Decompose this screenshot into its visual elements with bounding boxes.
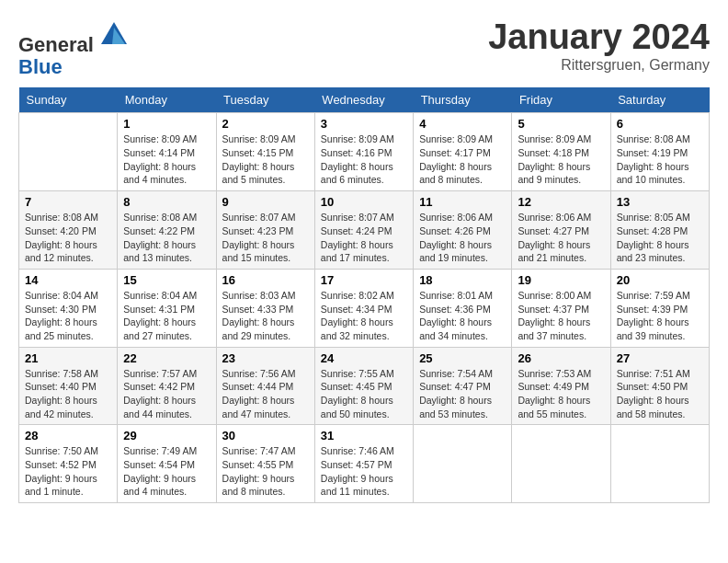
week-row-4: 21Sunrise: 7:58 AMSunset: 4:40 PMDayligh… <box>19 347 710 425</box>
cell-info: Sunrise: 7:58 AMSunset: 4:40 PMDaylight:… <box>25 368 98 419</box>
cell-info: Sunrise: 8:03 AMSunset: 4:33 PMDaylight:… <box>222 290 296 341</box>
cell-info: Sunrise: 8:04 AMSunset: 4:30 PMDaylight:… <box>25 290 98 341</box>
calendar-cell: 7Sunrise: 8:08 AMSunset: 4:20 PMDaylight… <box>19 191 118 270</box>
day-number: 11 <box>419 195 506 209</box>
cell-info: Sunrise: 8:07 AMSunset: 4:23 PMDaylight:… <box>222 212 296 263</box>
calendar-cell: 20Sunrise: 7:59 AMSunset: 4:39 PMDayligh… <box>610 269 709 347</box>
calendar-cell: 14Sunrise: 8:04 AMSunset: 4:30 PMDayligh… <box>19 269 118 347</box>
cell-info: Sunrise: 8:07 AMSunset: 4:24 PMDaylight:… <box>321 212 394 263</box>
header-sunday: Sunday <box>19 87 118 113</box>
calendar-cell: 21Sunrise: 7:58 AMSunset: 4:40 PMDayligh… <box>19 347 118 425</box>
title-block: January 2024 Rittersgruen, Germany <box>488 18 710 74</box>
cell-info: Sunrise: 7:55 AMSunset: 4:45 PMDaylight:… <box>321 368 394 419</box>
calendar-table: SundayMondayTuesdayWednesdayThursdayFrid… <box>18 87 710 503</box>
location-subtitle: Rittersgruen, Germany <box>488 57 710 74</box>
cell-info: Sunrise: 8:05 AMSunset: 4:28 PMDaylight:… <box>617 212 690 263</box>
cell-info: Sunrise: 7:59 AMSunset: 4:39 PMDaylight:… <box>617 290 690 341</box>
header-tuesday: Tuesday <box>216 87 314 113</box>
cell-info: Sunrise: 8:09 AMSunset: 4:18 PMDaylight:… <box>518 133 591 185</box>
logo-general: General <box>18 33 94 56</box>
calendar-cell: 9Sunrise: 8:07 AMSunset: 4:23 PMDaylight… <box>216 191 314 270</box>
day-number: 23 <box>222 351 309 365</box>
cell-info: Sunrise: 8:06 AMSunset: 4:26 PMDaylight:… <box>419 212 493 263</box>
calendar-cell: 11Sunrise: 8:06 AMSunset: 4:26 PMDayligh… <box>414 191 512 270</box>
page-header: General Blue January 2024 Rittersgruen, … <box>18 18 710 78</box>
calendar-cell: 27Sunrise: 7:51 AMSunset: 4:50 PMDayligh… <box>610 347 709 425</box>
day-number: 19 <box>518 273 604 287</box>
calendar-cell: 24Sunrise: 7:55 AMSunset: 4:45 PMDayligh… <box>314 347 413 425</box>
header-thursday: Thursday <box>414 87 512 113</box>
calendar-cell: 18Sunrise: 8:01 AMSunset: 4:36 PMDayligh… <box>414 269 512 347</box>
calendar-cell: 12Sunrise: 8:06 AMSunset: 4:27 PMDayligh… <box>512 191 610 270</box>
cell-info: Sunrise: 8:09 AMSunset: 4:15 PMDaylight:… <box>222 133 296 185</box>
calendar-cell: 30Sunrise: 7:47 AMSunset: 4:55 PMDayligh… <box>216 425 314 503</box>
day-number: 8 <box>123 195 210 209</box>
day-number: 17 <box>321 273 407 287</box>
cell-info: Sunrise: 8:08 AMSunset: 4:19 PMDaylight:… <box>617 133 690 185</box>
day-number: 14 <box>25 273 111 287</box>
day-number: 15 <box>123 273 210 287</box>
day-number: 10 <box>321 195 407 209</box>
calendar-cell: 29Sunrise: 7:49 AMSunset: 4:54 PMDayligh… <box>118 425 216 503</box>
logo-blue: Blue <box>18 55 63 78</box>
cell-info: Sunrise: 8:02 AMSunset: 4:34 PMDaylight:… <box>321 290 394 341</box>
calendar-cell: 19Sunrise: 8:00 AMSunset: 4:37 PMDayligh… <box>512 269 610 347</box>
day-number: 6 <box>617 117 703 131</box>
logo-icon <box>97 18 131 52</box>
day-number: 3 <box>321 117 407 131</box>
day-number: 29 <box>123 429 210 442</box>
logo: General Blue <box>18 18 131 78</box>
day-number: 2 <box>222 117 309 131</box>
week-row-2: 7Sunrise: 8:08 AMSunset: 4:20 PMDaylight… <box>19 191 710 270</box>
calendar-cell <box>414 425 512 503</box>
calendar-cell: 15Sunrise: 8:04 AMSunset: 4:31 PMDayligh… <box>118 269 216 347</box>
calendar-cell: 5Sunrise: 8:09 AMSunset: 4:18 PMDaylight… <box>512 113 610 191</box>
cell-info: Sunrise: 8:00 AMSunset: 4:37 PMDaylight:… <box>518 290 591 341</box>
calendar-cell: 26Sunrise: 7:53 AMSunset: 4:49 PMDayligh… <box>512 347 610 425</box>
cell-info: Sunrise: 8:04 AMSunset: 4:31 PMDaylight:… <box>123 290 197 341</box>
week-row-1: 1Sunrise: 8:09 AMSunset: 4:14 PMDaylight… <box>19 113 710 191</box>
cell-info: Sunrise: 7:46 AMSunset: 4:57 PMDaylight:… <box>321 445 394 497</box>
header-friday: Friday <box>512 87 610 113</box>
day-number: 21 <box>25 351 111 365</box>
week-row-3: 14Sunrise: 8:04 AMSunset: 4:30 PMDayligh… <box>19 269 710 347</box>
day-number: 16 <box>222 273 309 287</box>
calendar-cell: 13Sunrise: 8:05 AMSunset: 4:28 PMDayligh… <box>610 191 709 270</box>
cell-info: Sunrise: 7:47 AMSunset: 4:55 PMDaylight:… <box>222 445 296 497</box>
day-number: 7 <box>25 195 111 209</box>
cell-info: Sunrise: 7:57 AMSunset: 4:42 PMDaylight:… <box>123 368 197 419</box>
day-number: 27 <box>617 351 703 365</box>
day-number: 5 <box>518 117 604 131</box>
calendar-cell: 4Sunrise: 8:09 AMSunset: 4:17 PMDaylight… <box>414 113 512 191</box>
calendar-cell: 22Sunrise: 7:57 AMSunset: 4:42 PMDayligh… <box>118 347 216 425</box>
cell-info: Sunrise: 7:56 AMSunset: 4:44 PMDaylight:… <box>222 368 296 419</box>
day-number: 28 <box>25 429 111 442</box>
cell-info: Sunrise: 7:49 AMSunset: 4:54 PMDaylight:… <box>123 445 197 497</box>
day-number: 22 <box>123 351 210 365</box>
day-number: 9 <box>222 195 309 209</box>
calendar-cell: 2Sunrise: 8:09 AMSunset: 4:15 PMDaylight… <box>216 113 314 191</box>
cell-info: Sunrise: 8:08 AMSunset: 4:22 PMDaylight:… <box>123 212 197 263</box>
cell-info: Sunrise: 8:09 AMSunset: 4:17 PMDaylight:… <box>419 133 493 185</box>
day-number: 25 <box>419 351 506 365</box>
calendar-cell: 3Sunrise: 8:09 AMSunset: 4:16 PMDaylight… <box>314 113 413 191</box>
calendar-cell <box>19 113 118 191</box>
day-number: 24 <box>321 351 407 365</box>
day-number: 18 <box>419 273 506 287</box>
calendar-cell: 10Sunrise: 8:07 AMSunset: 4:24 PMDayligh… <box>314 191 413 270</box>
month-title: January 2024 <box>488 18 710 57</box>
calendar-cell: 6Sunrise: 8:08 AMSunset: 4:19 PMDaylight… <box>610 113 709 191</box>
day-number: 30 <box>222 429 309 442</box>
day-number: 12 <box>518 195 604 209</box>
week-row-5: 28Sunrise: 7:50 AMSunset: 4:52 PMDayligh… <box>19 425 710 503</box>
cell-info: Sunrise: 8:08 AMSunset: 4:20 PMDaylight:… <box>25 212 98 263</box>
day-number: 13 <box>617 195 703 209</box>
calendar-cell: 23Sunrise: 7:56 AMSunset: 4:44 PMDayligh… <box>216 347 314 425</box>
header-saturday: Saturday <box>610 87 709 113</box>
calendar-cell <box>512 425 610 503</box>
day-number: 20 <box>617 273 703 287</box>
cell-info: Sunrise: 8:09 AMSunset: 4:16 PMDaylight:… <box>321 133 394 185</box>
cell-info: Sunrise: 8:06 AMSunset: 4:27 PMDaylight:… <box>518 212 591 263</box>
cell-info: Sunrise: 7:50 AMSunset: 4:52 PMDaylight:… <box>25 445 98 497</box>
day-number: 26 <box>518 351 604 365</box>
